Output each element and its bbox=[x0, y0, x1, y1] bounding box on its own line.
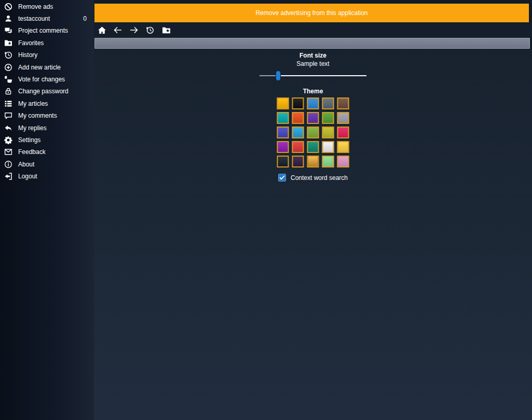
home-button[interactable] bbox=[97, 25, 106, 35]
sidebar-item-label: My articles bbox=[18, 100, 48, 107]
remove-ads-banner[interactable]: Remove advertising from this application bbox=[94, 4, 529, 22]
about-icon bbox=[4, 160, 12, 169]
theme-title: Theme bbox=[94, 88, 532, 95]
home-icon bbox=[98, 26, 106, 35]
forward-button[interactable] bbox=[129, 25, 139, 35]
sidebar-item-history[interactable]: History bbox=[0, 49, 94, 61]
theme-swatch-16[interactable] bbox=[277, 141, 289, 153]
theme-swatch-12[interactable] bbox=[292, 127, 304, 138]
theme-swatch-18[interactable] bbox=[307, 141, 319, 153]
theme-swatch-19[interactable] bbox=[322, 141, 334, 153]
theme-swatch-6[interactable] bbox=[277, 112, 289, 124]
account-icon bbox=[4, 15, 12, 23]
project-comments-icon bbox=[4, 26, 12, 35]
sidebar-item-favorites[interactable]: Favorites bbox=[0, 37, 94, 49]
theme-swatch-3[interactable] bbox=[307, 97, 319, 109]
my-replies-icon bbox=[4, 123, 12, 132]
sidebar-item-label: History bbox=[18, 51, 37, 59]
sidebar-item-label: Add new article bbox=[18, 64, 61, 71]
context-search-row: Context word search bbox=[94, 174, 532, 181]
notification-count: 0 bbox=[83, 15, 89, 22]
logout-icon bbox=[4, 172, 12, 181]
font-size-slider[interactable] bbox=[260, 71, 366, 81]
font-size-sample-text: Sample text bbox=[94, 60, 532, 67]
sidebar-item-label: About bbox=[18, 161, 34, 168]
sidebar-item-label: testaccount bbox=[18, 15, 50, 22]
theme-swatch-20[interactable] bbox=[337, 141, 349, 153]
theme-swatch-grid bbox=[277, 97, 349, 167]
theme-swatch-11[interactable] bbox=[277, 127, 289, 138]
slider-track[interactable] bbox=[281, 75, 366, 76]
add-new-article-icon bbox=[4, 63, 12, 72]
forward-icon bbox=[129, 26, 139, 34]
theme-swatch-17[interactable] bbox=[292, 141, 304, 153]
favorites-folder-icon bbox=[162, 26, 171, 35]
context-word-search-label: Context word search bbox=[291, 174, 348, 181]
sidebar-item-label: Project comments bbox=[18, 27, 68, 34]
sidebar-item-project-comments[interactable]: Project comments bbox=[0, 25, 94, 37]
sidebar-item-label: Settings bbox=[18, 136, 40, 144]
navigation-toolbar bbox=[94, 22, 532, 38]
theme-swatch-9[interactable] bbox=[322, 112, 334, 124]
my-comments-icon bbox=[4, 111, 12, 120]
history-icon bbox=[4, 51, 12, 60]
favorites-icon bbox=[4, 38, 12, 47]
theme-swatch-8[interactable] bbox=[307, 112, 319, 124]
theme-swatch-5[interactable] bbox=[337, 97, 349, 109]
sidebar-item-add-new-article[interactable]: Add new article bbox=[0, 61, 94, 73]
font-size-title: Font size bbox=[94, 52, 532, 59]
sidebar-item-label: Vote for changes bbox=[18, 76, 65, 83]
sidebar-item-feedback[interactable]: Feedback bbox=[0, 146, 94, 158]
theme-swatch-24[interactable] bbox=[322, 156, 334, 167]
slider-thumb[interactable] bbox=[276, 71, 280, 80]
context-word-search-checkbox[interactable] bbox=[278, 174, 286, 181]
sidebar-item-label: Change password bbox=[18, 88, 69, 95]
theme-swatch-15[interactable] bbox=[337, 127, 349, 138]
theme-swatch-21[interactable] bbox=[277, 156, 289, 167]
theme-swatch-14[interactable] bbox=[322, 127, 334, 138]
sidebar-item-remove-ads[interactable]: Remove ads bbox=[0, 1, 94, 12]
sidebar-item-label: My comments bbox=[18, 112, 57, 119]
history-icon bbox=[146, 26, 154, 34]
theme-swatch-7[interactable] bbox=[292, 112, 304, 124]
sidebar-item-about[interactable]: About bbox=[0, 158, 94, 170]
sidebar: Remove adstestaccount0Project commentsFa… bbox=[0, 0, 94, 420]
sidebar-item-settings[interactable]: Settings bbox=[0, 134, 94, 146]
theme-swatch-22[interactable] bbox=[292, 156, 304, 167]
theme-swatch-2[interactable] bbox=[292, 97, 304, 109]
theme-swatch-10[interactable] bbox=[337, 112, 349, 124]
checkmark-icon bbox=[279, 175, 285, 180]
sidebar-item-my-replies[interactable]: My replies bbox=[0, 122, 94, 134]
search-input[interactable] bbox=[94, 38, 530, 49]
sidebar-item-my-comments[interactable]: My comments bbox=[0, 110, 94, 122]
settings-panel: Font size Sample text Theme Context word… bbox=[94, 49, 532, 420]
settings-icon bbox=[4, 135, 12, 144]
feedback-icon bbox=[4, 148, 12, 157]
sidebar-item-my-articles[interactable]: My articles bbox=[0, 97, 94, 109]
back-icon bbox=[113, 26, 122, 34]
sidebar-item-vote-for-changes[interactable]: Vote for changes bbox=[0, 73, 94, 85]
slider-track-filled[interactable] bbox=[260, 75, 276, 76]
remove-ads-icon bbox=[4, 2, 12, 11]
history-button[interactable] bbox=[145, 25, 155, 35]
theme-swatch-1[interactable] bbox=[277, 97, 289, 109]
sidebar-item-label: Logout bbox=[18, 173, 37, 180]
favorites-button[interactable] bbox=[161, 25, 171, 35]
back-button[interactable] bbox=[113, 25, 122, 35]
theme-swatch-23[interactable] bbox=[307, 156, 319, 167]
theme-swatch-13[interactable] bbox=[307, 127, 319, 138]
change-password-icon bbox=[4, 87, 12, 96]
sidebar-item-logout[interactable]: Logout bbox=[0, 170, 94, 182]
theme-swatch-25[interactable] bbox=[337, 156, 349, 167]
theme-swatch-4[interactable] bbox=[322, 97, 334, 109]
banner-text: Remove advertising from this application bbox=[255, 9, 367, 17]
sidebar-item-label: Favorites bbox=[18, 39, 44, 47]
sidebar-item-label: Feedback bbox=[18, 148, 46, 156]
sidebar-item-label: Remove ads bbox=[18, 3, 53, 10]
sidebar-item-label: My replies bbox=[18, 124, 47, 132]
my-articles-icon bbox=[4, 99, 12, 108]
sidebar-item-testaccount[interactable]: testaccount0 bbox=[0, 12, 94, 24]
sidebar-item-change-password[interactable]: Change password bbox=[0, 86, 94, 97]
vote-for-changes-icon bbox=[4, 75, 12, 84]
